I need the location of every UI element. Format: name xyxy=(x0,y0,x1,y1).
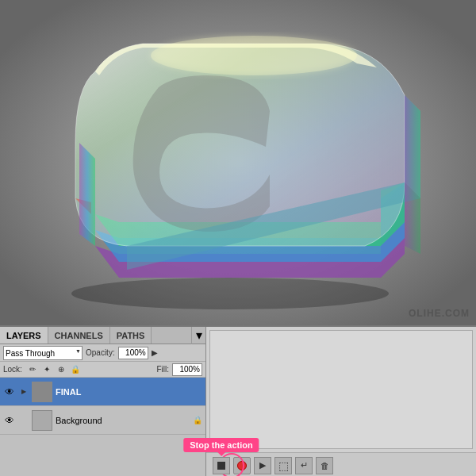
new-set-button[interactable]: ↵ xyxy=(295,457,313,474)
tab-layers[interactable]: LAYERS xyxy=(0,327,48,344)
tab-paths[interactable]: PATHS xyxy=(110,327,152,344)
tabs-row: LAYERS CHANNELS PATHS ▾ xyxy=(0,327,205,344)
stop-button-container: Stop the action xyxy=(213,457,230,474)
stop-tooltip: Stop the action xyxy=(183,438,259,452)
lock-icon-all[interactable]: ⊕ xyxy=(56,364,67,375)
actions-toolbar: Stop the action ▶ ⬚ ↵ 🗑 xyxy=(206,452,476,476)
layer-thumb-background xyxy=(32,410,52,431)
bottom-panel: LAYERS CHANNELS PATHS ▾ Pass Through Nor… xyxy=(0,325,476,476)
main-canvas: OLIHE.COM xyxy=(0,0,476,325)
opacity-label: Opacity: xyxy=(86,348,115,357)
lock-row: Lock: ✏ ✦ ⊕ 🔒 Fill: xyxy=(0,362,205,378)
blend-row: Pass Through Normal Dissolve Multiply Sc… xyxy=(0,344,205,362)
layer-item-final[interactable]: 👁 ▶ FINAL xyxy=(0,378,205,406)
layer-name-final: FINAL xyxy=(56,387,202,397)
actions-panel: Stop the action ▶ ⬚ ↵ 🗑 xyxy=(206,327,476,476)
lock-label: Lock: xyxy=(3,365,22,374)
layers-panel: LAYERS CHANNELS PATHS ▾ Pass Through Nor… xyxy=(0,327,206,476)
lock-icon-lock[interactable]: 🔒 xyxy=(70,364,81,375)
layer-thumb-final xyxy=(32,382,52,402)
watermark: OLIHE.COM xyxy=(409,308,470,319)
lock-icon-move[interactable]: ✦ xyxy=(41,364,52,375)
layer-name-background: Background xyxy=(56,416,190,425)
layer-visibility-background[interactable]: 👁 xyxy=(3,414,16,427)
stop-icon xyxy=(217,462,225,470)
svg-point-1 xyxy=(71,278,389,309)
blend-mode-select[interactable]: Pass Through Normal Dissolve Multiply Sc… xyxy=(3,346,83,360)
lock-icon-pencil[interactable]: ✏ xyxy=(27,364,38,375)
record-button[interactable] xyxy=(233,457,251,474)
play-button[interactable]: ▶ xyxy=(254,457,271,474)
fill-label: Fill: xyxy=(156,365,169,374)
record-icon xyxy=(237,461,247,470)
opacity-input[interactable] xyxy=(118,347,148,359)
fill-input[interactable] xyxy=(172,363,202,376)
layer-expand-final[interactable]: ▶ xyxy=(19,387,29,397)
layer-list: 👁 ▶ FINAL 👁 Background 🔒 xyxy=(0,378,205,476)
new-action-button[interactable]: ⬚ xyxy=(274,457,292,474)
svg-point-2 xyxy=(151,36,357,75)
panel-menu-icon[interactable]: ▾ xyxy=(191,327,205,344)
layer-visibility-final[interactable]: 👁 xyxy=(3,386,16,398)
opacity-arrow[interactable]: ▶ xyxy=(152,348,158,357)
layer-lock-background: 🔒 xyxy=(193,416,202,424)
tab-channels[interactable]: CHANNELS xyxy=(48,327,110,344)
actions-workspace xyxy=(209,330,473,449)
layer-item-background[interactable]: 👁 Background 🔒 xyxy=(0,406,205,435)
delete-button[interactable]: 🗑 xyxy=(316,457,333,474)
blend-mode-wrap: Pass Through Normal Dissolve Multiply Sc… xyxy=(3,345,83,361)
